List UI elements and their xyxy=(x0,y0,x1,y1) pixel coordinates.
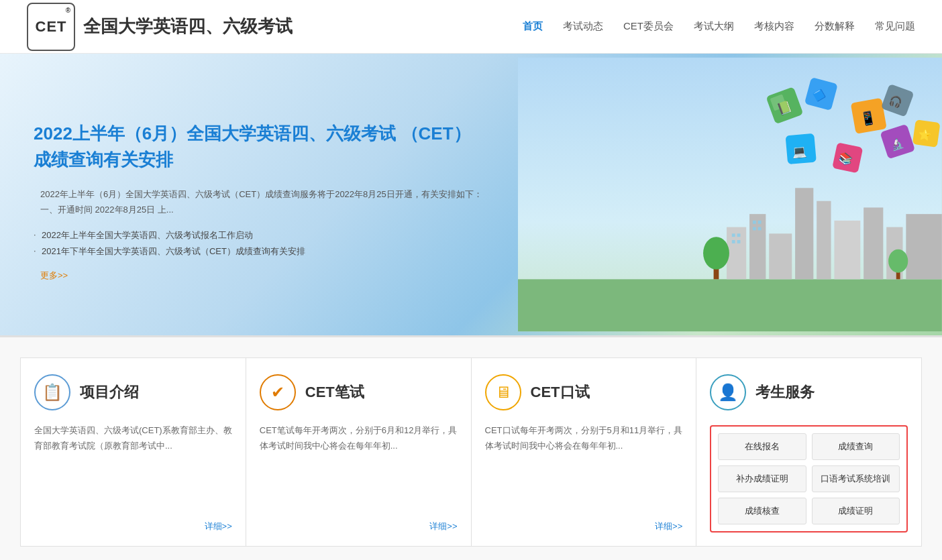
service-card-header: 👤 考生服务 xyxy=(710,374,908,410)
site-header: CET 全国大学英语四、六级考试 首页考试动态CET委员会考试大纲考核内容分数解… xyxy=(0,0,942,54)
service-card-title: 考生服务 xyxy=(755,382,815,402)
nav-item-分数解释[interactable]: 分数解释 xyxy=(815,20,855,33)
svg-rect-4 xyxy=(769,233,792,279)
card-icon: 📋 xyxy=(34,374,70,410)
card-intro: 📋 项目介绍 全国大学英语四、六级考试(CET)系教育部主办、教育部教育考试院（… xyxy=(20,357,246,547)
nav-item-常见问题[interactable]: 常见问题 xyxy=(875,20,915,33)
card-body: CET笔试每年开考两次，分别于6月和12月举行，具体考试时间我中心将会在每年年初… xyxy=(260,423,458,514)
banner-svg: 📗 🔷 📱 🎧 💻 xyxy=(518,54,942,335)
svg-rect-3 xyxy=(749,214,766,279)
card-header: ✔ CET笔试 xyxy=(260,374,458,410)
more-link[interactable]: 更多>> xyxy=(40,270,484,282)
logo-badge: CET xyxy=(27,3,75,51)
service-grid: 在线报名成绩查询补办成绩证明口语考试系统培训成绩核查成绩证明 xyxy=(718,433,900,524)
logo-area: CET 全国大学英语四、六级考试 xyxy=(27,3,293,51)
service-button-成绩核查[interactable]: 成绩核查 xyxy=(718,498,806,524)
svg-rect-10 xyxy=(906,214,942,279)
banner-content: 2022上半年（6月）全国大学英语四、六级考试 （CET）成绩查询有关安排 20… xyxy=(0,54,518,335)
svg-rect-6 xyxy=(817,201,831,280)
cards-section: 📋 项目介绍 全国大学英语四、六级考试(CET)系教育部主办、教育部教育考试院（… xyxy=(0,335,942,560)
svg-point-20 xyxy=(703,237,729,270)
nav-item-考试大纲[interactable]: 考试大纲 xyxy=(694,20,734,33)
service-card: 👤 考生服务 在线报名成绩查询补办成绩证明口语考试系统培训成绩核查成绩证明 xyxy=(696,357,922,547)
svg-rect-7 xyxy=(835,221,861,279)
banner-news-list: 2022年上半年全国大学英语四、六级考试报名工作启动2021年下半年全国大学英语… xyxy=(34,229,484,262)
card-header: 🖥 CET口试 xyxy=(485,374,683,410)
service-button-在线报名[interactable]: 在线报名 xyxy=(718,433,806,460)
service-button-成绩查询[interactable]: 成绩查询 xyxy=(812,433,900,460)
card-icon: ✔ xyxy=(260,374,296,410)
svg-rect-11 xyxy=(732,233,735,237)
card-title: 项目介绍 xyxy=(80,382,139,402)
svg-rect-15 xyxy=(753,221,756,224)
banner-illustration: 📗 🔷 📱 🎧 💻 xyxy=(518,54,942,335)
main-nav: 首页考试动态CET委员会考试大纲考核内容分数解释常见问题 xyxy=(523,20,915,33)
nav-item-首页[interactable]: 首页 xyxy=(523,20,543,33)
service-button-补办成绩证明[interactable]: 补办成绩证明 xyxy=(718,465,806,492)
card-icon: 🖥 xyxy=(485,374,521,410)
nav-item-考试动态[interactable]: 考试动态 xyxy=(563,20,603,33)
svg-rect-16 xyxy=(758,221,762,224)
banner-title: 2022上半年（6月）全国大学英语四、六级考试 （CET）成绩查询有关安排 xyxy=(34,121,484,173)
service-card-icon: 👤 xyxy=(710,374,746,410)
svg-point-22 xyxy=(888,249,908,273)
svg-text:💻: 💻 xyxy=(792,144,808,160)
card-oral: 🖥 CET口试 CET口试每年开考两次，分别于5月和11月举行，具体考试时间我中… xyxy=(472,357,697,547)
logo-text: CET xyxy=(36,18,67,36)
svg-rect-2 xyxy=(727,227,746,280)
card-title: CET笔试 xyxy=(305,382,364,402)
svg-rect-17 xyxy=(753,227,756,231)
svg-rect-13 xyxy=(732,240,735,243)
card-body: 全国大学英语四、六级考试(CET)系教育部主办、教育部教育考试院（原教育部考试中… xyxy=(34,423,232,514)
card-title: CET口试 xyxy=(531,382,590,402)
service-button-口语考试系统培训[interactable]: 口语考试系统培训 xyxy=(812,465,900,492)
card-detail-link[interactable]: 详细>> xyxy=(260,520,458,533)
banner-news-item[interactable]: 2021年下半年全国大学英语四、六级考试（CET）成绩查询有关安排 xyxy=(34,245,484,258)
site-title: 全国大学英语四、六级考试 xyxy=(83,15,293,38)
service-button-成绩证明[interactable]: 成绩证明 xyxy=(812,498,900,524)
card-detail-link[interactable]: 详细>> xyxy=(34,520,232,533)
banner-desc: 2022年上半年（6月）全国大学英语四、六级考试（CET）成绩查询服务将于202… xyxy=(34,186,484,218)
nav-item-CET委员会[interactable]: CET委员会 xyxy=(623,20,674,33)
nav-item-考核内容[interactable]: 考核内容 xyxy=(754,20,794,33)
svg-rect-1 xyxy=(518,279,942,331)
banner-news-item[interactable]: 2022年上半年全国大学英语四、六级考试报名工作启动 xyxy=(34,229,484,241)
svg-rect-8 xyxy=(863,207,883,279)
svg-rect-12 xyxy=(737,233,741,237)
card-detail-link[interactable]: 详细>> xyxy=(485,520,683,533)
card-body: CET口试每年开考两次，分别于5月和11月举行，具体考试时间我中心将会在每年年初… xyxy=(485,423,683,514)
svg-rect-14 xyxy=(737,240,741,243)
card-written: ✔ CET笔试 CET笔试每年开考两次，分别于6月和12月举行，具体考试时间我中… xyxy=(246,357,472,547)
svg-rect-18 xyxy=(758,227,762,231)
svg-rect-5 xyxy=(795,188,813,279)
service-grid-wrapper: 在线报名成绩查询补办成绩证明口语考试系统培训成绩核查成绩证明 xyxy=(710,425,908,533)
hero-banner: 2022上半年（6月）全国大学英语四、六级考试 （CET）成绩查询有关安排 20… xyxy=(0,54,942,335)
card-header: 📋 项目介绍 xyxy=(34,374,232,410)
